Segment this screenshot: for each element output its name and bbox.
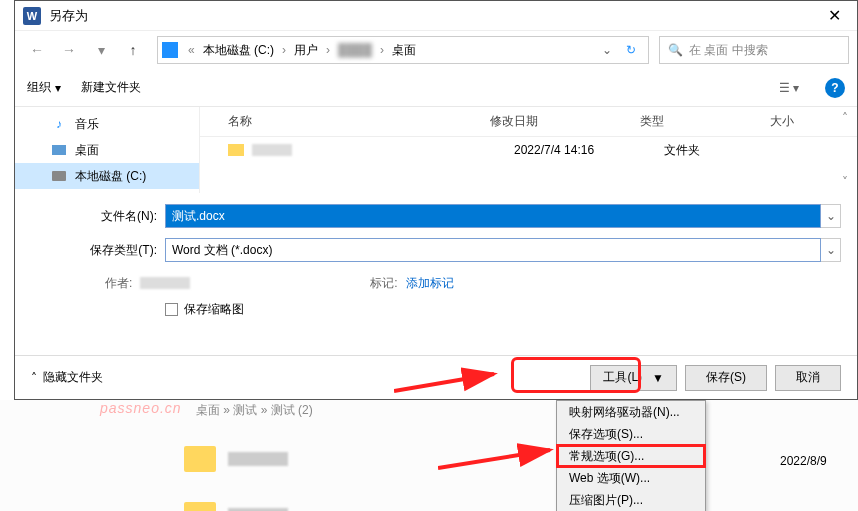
file-type: 文件夹 xyxy=(664,142,794,159)
file-name-blurred xyxy=(252,144,292,156)
chevron-right-icon: « xyxy=(188,43,195,57)
blurred-text xyxy=(228,452,288,466)
watermark-text: passneo.cn xyxy=(100,400,182,416)
column-size[interactable]: 大小 xyxy=(770,113,820,130)
add-tag-link[interactable]: 添加标记 xyxy=(406,275,454,292)
cancel-button[interactable]: 取消 xyxy=(775,365,841,391)
file-date: 2022/7/4 14:16 xyxy=(514,143,664,157)
search-input[interactable]: 🔍 在 桌面 中搜索 xyxy=(659,36,849,64)
filename-label: 文件名(N): xyxy=(15,208,165,225)
file-row[interactable]: 2022/7/4 14:16 文件夹 xyxy=(200,137,857,163)
chevron-right-icon: › xyxy=(326,43,330,57)
content-area: ♪ 音乐 桌面 本地磁盘 (C:) 名称 修改日期 类型 大小 xyxy=(15,107,857,193)
breadcrumb-segment[interactable]: 本地磁盘 (C:) xyxy=(199,40,278,61)
folder-icon xyxy=(184,446,216,472)
menu-item-map-drive[interactable]: 映射网络驱动器(N)... xyxy=(557,401,705,423)
sidebar-item-label: 音乐 xyxy=(75,116,99,133)
menu-item-web-options[interactable]: Web 选项(W)... xyxy=(557,467,705,489)
author-value-blurred xyxy=(140,277,190,289)
author-label: 作者: xyxy=(105,275,132,292)
drive-icon xyxy=(162,42,178,58)
chevron-up-icon: ˄ xyxy=(31,371,37,385)
navigation-bar: ← → ▾ ↑ « 本地磁盘 (C:) › 用户 › ████ › 桌面 ⌄ ↻… xyxy=(15,31,857,69)
history-dropdown[interactable]: ▾ xyxy=(87,36,115,64)
tools-dropdown-menu: 映射网络驱动器(N)... 保存选项(S)... 常规选项(G)... Web … xyxy=(556,400,706,511)
background-folder-1 xyxy=(184,446,288,472)
desktop-icon xyxy=(51,142,67,158)
file-list-header: 名称 修改日期 类型 大小 xyxy=(200,107,857,137)
titlebar: W 另存为 ✕ xyxy=(15,1,857,31)
path-dropdown-icon[interactable]: ⌄ xyxy=(596,43,618,57)
toolbar: 组织▾ 新建文件夹 ☰ ▾ ? xyxy=(15,69,857,107)
menu-item-compress-pictures[interactable]: 压缩图片(P)... xyxy=(557,489,705,511)
sidebar-item-desktop[interactable]: 桌面 xyxy=(15,137,199,163)
background-date: 2022/8/9 xyxy=(780,454,827,468)
svg-line-1 xyxy=(438,450,550,468)
column-date[interactable]: 修改日期 xyxy=(490,113,640,130)
tag-label: 标记: xyxy=(370,275,397,292)
music-icon: ♪ xyxy=(51,116,67,132)
breadcrumb-segment-blurred[interactable]: ████ xyxy=(334,41,376,59)
sidebar-item-music[interactable]: ♪ 音乐 xyxy=(15,111,199,137)
chevron-right-icon: › xyxy=(282,43,286,57)
background-breadcrumb: 桌面 » 测试 » 测试 (2) xyxy=(196,402,313,419)
chevron-right-icon: › xyxy=(380,43,384,57)
folder-icon xyxy=(228,144,244,156)
sidebar-item-local-disk[interactable]: 本地磁盘 (C:) xyxy=(15,163,199,189)
background-area xyxy=(0,400,858,511)
breadcrumb-segment[interactable]: 用户 xyxy=(290,40,322,61)
breadcrumb-segment[interactable]: 桌面 xyxy=(388,40,420,61)
folder-icon xyxy=(184,502,216,511)
close-button[interactable]: ✕ xyxy=(811,1,857,31)
menu-item-general-options[interactable]: 常规选项(G)... xyxy=(557,445,705,467)
word-app-icon: W xyxy=(23,7,41,25)
save-as-dialog: W 另存为 ✕ ← → ▾ ↑ « 本地磁盘 (C:) › 用户 › ████ … xyxy=(14,0,858,400)
column-type[interactable]: 类型 xyxy=(640,113,770,130)
scroll-down-icon[interactable]: ˅ xyxy=(842,175,848,189)
search-placeholder: 在 桌面 中搜索 xyxy=(689,42,768,59)
filetype-dropdown-icon[interactable]: ⌄ xyxy=(821,238,841,262)
up-button[interactable]: ↑ xyxy=(119,36,147,64)
sidebar-item-label: 桌面 xyxy=(75,142,99,159)
filename-dropdown-icon[interactable]: ⌄ xyxy=(821,204,841,228)
filetype-input[interactable] xyxy=(165,238,821,262)
annotation-arrow-icon xyxy=(438,430,568,470)
dialog-footer: ˄ 隐藏文件夹 工具(L) ▼ 保存(S) 取消 xyxy=(15,355,857,399)
hide-folders-toggle[interactable]: ˄ 隐藏文件夹 xyxy=(31,369,103,386)
dialog-title: 另存为 xyxy=(49,7,811,25)
back-button[interactable]: ← xyxy=(23,36,51,64)
menu-item-save-options[interactable]: 保存选项(S)... xyxy=(557,423,705,445)
organize-button[interactable]: 组织▾ xyxy=(27,79,61,96)
scrollbar[interactable]: ˄ ˅ xyxy=(837,111,853,189)
form-area: 文件名(N): ⌄ 保存类型(T): ⌄ 作者: 标记: 添加标记 保存缩略图 xyxy=(15,193,857,329)
address-bar[interactable]: « 本地磁盘 (C:) › 用户 › ████ › 桌面 ⌄ ↻ xyxy=(157,36,649,64)
filename-input[interactable] xyxy=(165,204,821,228)
scroll-up-icon[interactable]: ˄ xyxy=(842,111,848,125)
background-folder-2 xyxy=(184,502,288,511)
forward-button[interactable]: → xyxy=(55,36,83,64)
file-list: 名称 修改日期 类型 大小 2022/7/4 14:16 文件夹 ˄ ˅ xyxy=(200,107,857,193)
sidebar: ♪ 音乐 桌面 本地磁盘 (C:) xyxy=(15,107,200,193)
search-icon: 🔍 xyxy=(668,43,683,57)
view-options-icon[interactable]: ☰ ▾ xyxy=(773,81,805,95)
dropdown-icon: ▾ xyxy=(55,81,61,95)
sidebar-item-label: 本地磁盘 (C:) xyxy=(75,168,146,185)
filetype-label: 保存类型(T): xyxy=(15,242,165,259)
disk-icon xyxy=(51,168,67,184)
tools-button[interactable]: 工具(L) ▼ xyxy=(590,365,677,391)
save-button[interactable]: 保存(S) xyxy=(685,365,767,391)
new-folder-button[interactable]: 新建文件夹 xyxy=(81,79,141,96)
help-icon[interactable]: ? xyxy=(825,78,845,98)
dropdown-icon: ▼ xyxy=(652,371,664,385)
thumbnail-checkbox[interactable] xyxy=(165,303,178,316)
thumbnail-label: 保存缩略图 xyxy=(184,301,244,318)
column-name[interactable]: 名称 xyxy=(200,113,490,130)
refresh-icon[interactable]: ↻ xyxy=(618,43,644,57)
